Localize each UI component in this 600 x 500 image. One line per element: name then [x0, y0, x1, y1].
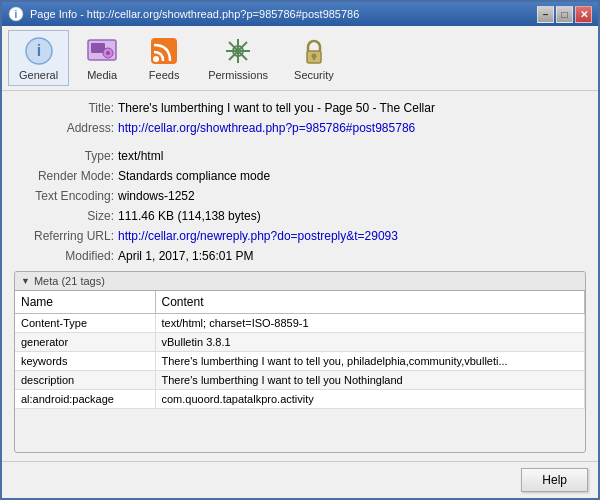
meta-header-text: Meta (21 tags) [34, 275, 105, 287]
meta-content-cell: text/html; charset=ISO-8859-1 [155, 314, 585, 333]
meta-name-cell: generator [15, 333, 155, 352]
referring-link[interactable]: http://cellar.org/newreply.php?do=postre… [118, 229, 398, 243]
tab-security-label: Security [294, 69, 334, 81]
meta-name-cell: Content-Type [15, 314, 155, 333]
table-row: keywordsThere's lumberthing I want to te… [15, 352, 585, 371]
info-type-row: Type: text/html [14, 147, 586, 165]
info-size-row: Size: 111.46 KB (114,138 bytes) [14, 207, 586, 225]
page-info-window: i Page Info - http://cellar.org/showthre… [0, 0, 600, 500]
render-value: Standards compliance mode [118, 169, 586, 183]
media-icon [86, 35, 118, 67]
meta-header: ▼ Meta (21 tags) [15, 272, 585, 291]
meta-table-wrapper[interactable]: Name Content Content-Typetext/html; char… [15, 291, 585, 452]
svg-text:i: i [36, 42, 40, 59]
titlebar-left: i Page Info - http://cellar.org/showthre… [8, 6, 359, 22]
info-encoding-row: Text Encoding: windows-1252 [14, 187, 586, 205]
meta-content-cell: There's lumberthing I want to tell you N… [155, 371, 585, 390]
type-value: text/html [118, 149, 586, 163]
render-label: Render Mode: [14, 169, 114, 183]
svg-text:i: i [15, 9, 18, 20]
table-row: Content-Typetext/html; charset=ISO-8859-… [15, 314, 585, 333]
collapse-icon[interactable]: ▼ [21, 276, 30, 286]
meta-content-cell: com.quoord.tapatalkpro.activity [155, 390, 585, 409]
col-header-content: Content [155, 291, 585, 314]
address-link[interactable]: http://cellar.org/showthread.php?p=98578… [118, 121, 415, 135]
app-icon: i [8, 6, 24, 22]
size-label: Size: [14, 209, 114, 223]
tab-feeds[interactable]: Feeds [135, 30, 193, 86]
tab-general[interactable]: i General [8, 30, 69, 86]
table-row: generatorvBulletin 3.8.1 [15, 333, 585, 352]
meta-content-cell: There's lumberthing I want to tell you, … [155, 352, 585, 371]
tab-feeds-label: Feeds [149, 69, 180, 81]
modified-label: Modified: [14, 249, 114, 263]
address-label: Address: [14, 121, 114, 135]
tab-permissions-label: Permissions [208, 69, 268, 81]
svg-point-9 [153, 56, 159, 62]
table-row: descriptionThere's lumberthing I want to… [15, 371, 585, 390]
tab-general-label: General [19, 69, 58, 81]
referring-value: http://cellar.org/newreply.php?do=postre… [118, 229, 586, 243]
meta-section: ▼ Meta (21 tags) Name Content Content-Ty… [14, 271, 586, 453]
referring-label: Referring URL: [14, 229, 114, 243]
window-controls: – □ ✕ [537, 6, 592, 23]
meta-name-cell: al:android:package [15, 390, 155, 409]
encoding-value: windows-1252 [118, 189, 586, 203]
meta-content-cell: vBulletin 3.8.1 [155, 333, 585, 352]
modified-value: April 1, 2017, 1:56:01 PM [118, 249, 586, 263]
window-title: Page Info - http://cellar.org/showthread… [30, 8, 359, 20]
main-content: Title: There's lumberthing I want to tel… [2, 91, 598, 461]
tab-security[interactable]: Security [283, 30, 345, 86]
info-referring-row: Referring URL: http://cellar.org/newrepl… [14, 227, 586, 245]
separator-1 [14, 139, 586, 145]
meta-table: Name Content Content-Typetext/html; char… [15, 291, 585, 409]
security-icon [298, 35, 330, 67]
feeds-icon [148, 35, 180, 67]
tab-permissions[interactable]: Permissions [197, 30, 279, 86]
address-value: http://cellar.org/showthread.php?p=98578… [118, 121, 586, 135]
tab-media[interactable]: Media [73, 30, 131, 86]
col-header-name: Name [15, 291, 155, 314]
encoding-label: Text Encoding: [14, 189, 114, 203]
general-icon: i [23, 35, 55, 67]
help-button[interactable]: Help [521, 468, 588, 492]
table-row: al:android:packagecom.quoord.tapatalkpro… [15, 390, 585, 409]
close-button[interactable]: ✕ [575, 6, 592, 23]
svg-point-7 [106, 51, 110, 55]
toolbar: i General Media [2, 26, 598, 91]
permissions-icon [222, 35, 254, 67]
meta-name-cell: description [15, 371, 155, 390]
maximize-button[interactable]: □ [556, 6, 573, 23]
titlebar: i Page Info - http://cellar.org/showthre… [2, 2, 598, 26]
info-title-row: Title: There's lumberthing I want to tel… [14, 99, 586, 117]
size-value: 111.46 KB (114,138 bytes) [118, 209, 586, 223]
info-render-row: Render Mode: Standards compliance mode [14, 167, 586, 185]
minimize-button[interactable]: – [537, 6, 554, 23]
info-address-row: Address: http://cellar.org/showthread.ph… [14, 119, 586, 137]
title-value: There's lumberthing I want to tell you -… [118, 101, 586, 115]
tab-media-label: Media [87, 69, 117, 81]
footer: Help [2, 461, 598, 498]
meta-name-cell: keywords [15, 352, 155, 371]
title-label: Title: [14, 101, 114, 115]
type-label: Type: [14, 149, 114, 163]
info-modified-row: Modified: April 1, 2017, 1:56:01 PM [14, 247, 586, 265]
